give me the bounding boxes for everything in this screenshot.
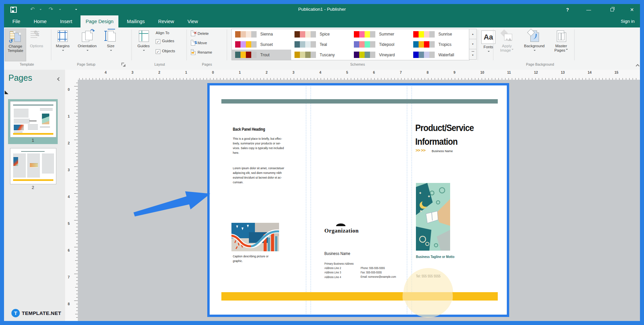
- publisher-window: ↶ ↷ Publication1 - Publisher ? — ✕ FileH…: [0, 0, 644, 325]
- business-logo-icon[interactable]: >> >>: [416, 148, 425, 153]
- guides-button[interactable]: Guides: [134, 28, 153, 53]
- apply-image-icon: [501, 30, 513, 43]
- scheme-trout[interactable]: Trout: [232, 50, 291, 60]
- scheme-scroll-up-button[interactable]: ▲: [469, 29, 477, 40]
- checkbox-checked-icon: [156, 39, 160, 44]
- front-panel-heading[interactable]: Product/Service Information: [415, 121, 498, 148]
- size-button[interactable]: Size: [102, 28, 119, 53]
- center-business-name[interactable]: Business Name: [324, 251, 350, 256]
- top-accent-bar[interactable]: [221, 99, 498, 104]
- back-panel-paragraph-2[interactable]: Lorem ipsum dolor sit amet, consectetuer…: [233, 166, 304, 185]
- scheme-more-button[interactable]: ▼: [469, 49, 477, 60]
- scheme-summer[interactable]: Summer: [351, 29, 410, 40]
- page-setup-group-label: Page Setup: [66, 62, 106, 66]
- scheme-name: Waterfall: [438, 53, 454, 57]
- scheme-tropics[interactable]: Tropics: [410, 40, 469, 50]
- align-to-label: Align To: [156, 31, 169, 35]
- scheme-sienna[interactable]: Sienna: [232, 29, 291, 40]
- sign-in-link[interactable]: Sign in: [621, 15, 635, 27]
- vertical-ruler[interactable]: 012345678: [65, 80, 78, 321]
- page-setup-dialog-launcher-icon[interactable]: [121, 63, 125, 67]
- master-pages-button[interactable]: MasterPages: [551, 28, 572, 53]
- minimize-button[interactable]: —: [583, 6, 594, 14]
- template-group-label: Template: [7, 62, 47, 66]
- page-thumbnail-2[interactable]: [10, 148, 56, 184]
- front-business-name[interactable]: Business Name: [432, 149, 453, 153]
- scheme-vineyard[interactable]: Vineyard: [351, 50, 410, 60]
- restore-button[interactable]: [606, 6, 618, 14]
- scheme-sunset[interactable]: Sunset: [232, 40, 291, 50]
- scheme-gallery-scrollbar: ▲ ▼ ▼: [469, 29, 476, 60]
- business-tagline[interactable]: Business Tagline or Motto: [416, 255, 454, 259]
- margins-button[interactable]: Margins: [53, 28, 72, 53]
- guides-dropdown-icon: [143, 50, 145, 52]
- fonts-button[interactable]: Aa Fonts: [480, 28, 497, 54]
- organization-logo-icon[interactable]: [336, 223, 345, 226]
- scheme-tuscany[interactable]: Tuscany: [291, 50, 351, 60]
- horizontal-ruler[interactable]: 43210123456789101112131415: [65, 70, 640, 80]
- scheme-swatch-icon: [235, 31, 257, 38]
- scheme-swatch-icon: [354, 41, 375, 48]
- scheme-swatch-icon: [235, 52, 257, 58]
- template-net-text: TEMPLATE.NET: [22, 310, 61, 316]
- back-panel-paragraph-1[interactable]: This is a good place to briefly, but eff…: [233, 136, 304, 155]
- publication-canvas[interactable]: Back Panel Heading This is a good place …: [78, 80, 640, 321]
- fonts-dropdown-icon: [488, 51, 490, 53]
- tab-mailings[interactable]: Mailings: [122, 15, 150, 27]
- publication-page[interactable]: Back Panel Heading This is a good place …: [207, 83, 509, 317]
- restore-icon: [610, 8, 614, 11]
- tab-insert[interactable]: Insert: [55, 15, 77, 27]
- ribbon-tab-row: FileHomeInsertPage DesignMailingsReviewV…: [4, 15, 640, 27]
- close-button[interactable]: ✕: [626, 6, 638, 14]
- ribbon: ↺ ChangeTemplate ✎ Options Template: [4, 27, 640, 70]
- margins-dropdown-icon: [62, 50, 64, 52]
- align-objects-checkbox[interactable]: Objects: [156, 49, 175, 54]
- collapse-ribbon-icon[interactable]: [636, 64, 639, 67]
- back-panel-caption[interactable]: Caption describing picture orgraphic.: [233, 254, 292, 263]
- scheme-tidepool[interactable]: Tidepool: [351, 40, 410, 50]
- scheme-waterfall[interactable]: Waterfall: [410, 50, 469, 60]
- background-button[interactable]: Background: [521, 28, 548, 53]
- scheme-scroll-down-button[interactable]: ▼: [469, 39, 477, 50]
- apply-image-dropdown-icon: [512, 49, 514, 51]
- back-panel-image[interactable]: [231, 223, 279, 251]
- scheme-swatch-icon: [294, 31, 316, 38]
- rename-page-button[interactable]: Rename: [189, 48, 224, 56]
- tab-home[interactable]: Home: [29, 15, 52, 27]
- page-thumbnail-1[interactable]: [10, 101, 56, 137]
- front-panel-image[interactable]: [416, 183, 450, 251]
- options-icon: ✎: [31, 30, 43, 43]
- master-pages-dropdown-icon: [566, 49, 568, 51]
- back-panel-heading[interactable]: Back Panel Heading: [233, 127, 301, 132]
- options-button[interactable]: ✎ Options: [26, 28, 47, 48]
- move-page-button[interactable]: ⇅ Move: [189, 39, 224, 47]
- tab-file[interactable]: File: [7, 15, 25, 27]
- orientation-button[interactable]: ↷ Orientation: [74, 28, 101, 53]
- scheme-sunrise[interactable]: Sunrise: [410, 29, 469, 40]
- change-template-button[interactable]: ↺ ChangeTemplate: [5, 28, 26, 61]
- scheme-name: Sunrise: [438, 32, 452, 37]
- tab-review[interactable]: Review: [153, 15, 179, 27]
- scheme-swatch-icon: [413, 31, 435, 38]
- collapse-panel-icon[interactable]: [57, 78, 60, 81]
- tab-view[interactable]: View: [182, 15, 203, 27]
- tab-page-design[interactable]: Page Design: [80, 15, 118, 27]
- align-guides-checkbox[interactable]: Guides: [156, 39, 174, 44]
- fold-guide: [306, 86, 306, 314]
- bottom-accent-bar[interactable]: [221, 292, 498, 301]
- orientation-dropdown-icon: [87, 50, 89, 52]
- help-button[interactable]: ?: [562, 6, 573, 14]
- organization-name[interactable]: Organization: [324, 227, 359, 234]
- apply-image-button[interactable]: ApplyImage: [496, 28, 518, 53]
- center-address-block[interactable]: Primary Business AddressAddress Line 2Ad…: [324, 262, 366, 279]
- guides-icon: [138, 30, 150, 43]
- schemes-group-label: Schemes: [337, 62, 378, 66]
- background-icon: [528, 30, 540, 43]
- checkbox-checked-icon: [156, 49, 160, 54]
- template-net-logo-icon: T: [11, 309, 20, 317]
- center-contact-block[interactable]: Phone: 555-555-5555Fax: 555-555-5555Emai…: [361, 266, 408, 279]
- scheme-teal[interactable]: Teal: [291, 40, 351, 50]
- scheme-spice[interactable]: Spice: [291, 29, 351, 40]
- pages-panel: Pages 1: [4, 70, 65, 321]
- delete-page-button[interactable]: ✕ Delete: [189, 29, 224, 38]
